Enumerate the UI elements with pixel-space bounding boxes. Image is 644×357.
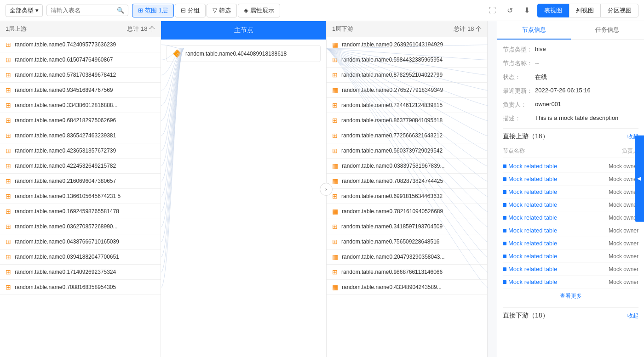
partition-view-tab[interactable]: 分区视图: [601, 4, 638, 17]
downstream-list-item[interactable]: ⊞random.table.name0.8782952104022799: [327, 68, 487, 83]
expand-arrow[interactable]: ›: [320, 183, 333, 196]
chevron-down-icon: ▾: [35, 7, 39, 14]
related-table-name[interactable]: Mock related table: [503, 266, 557, 272]
upstream-header: 1层上游 总计 18 个: [0, 21, 161, 37]
downstream-list-item[interactable]: ▦random.table.name0.204793290358043...: [327, 249, 487, 265]
downstream-list-item[interactable]: ⊞random.table.name0.5603739729029542: [327, 143, 487, 159]
refresh-button[interactable]: ↺: [503, 4, 517, 17]
tab-node-info[interactable]: 节点信息: [497, 21, 571, 40]
downstream-column: 1层下游 总计 18 个 ▦random.table.name0.2639261…: [327, 21, 488, 357]
table-type-icon: ⊞: [6, 56, 11, 63]
upstream-list-item[interactable]: ⊞random.table.name0.4224532649215782: [0, 159, 161, 174]
upstream-list-item[interactable]: ⊞random.table.name0.16924598765581478: [0, 204, 161, 219]
type-select[interactable]: 全部类型 ▾: [6, 4, 43, 17]
related-table-name[interactable]: Mock related table: [503, 188, 557, 195]
downstream-list-item[interactable]: ▦random.table.name0.43348904243589...: [327, 280, 487, 295]
downstream-list-item[interactable]: ⊞random.table.name0.9868766113146066: [327, 265, 487, 280]
table-name: random.table.name0.5781703849678412: [15, 72, 116, 78]
table-name: random.table.name0.615074764960867: [15, 57, 113, 63]
tab-task-info[interactable]: 任务信息: [571, 21, 644, 40]
related-upstream-item: Mock related tableMock owner: [503, 198, 638, 211]
downstream-list-item[interactable]: ⊞random.table.name0.5984432385965954: [327, 52, 487, 68]
fab-button[interactable]: ◀: [635, 135, 644, 222]
owner-info-value: owner001: [535, 101, 638, 108]
upstream-list-item[interactable]: ⊞random.table.name0.7424095773636239: [0, 37, 161, 52]
related-table-header: 节点名称 负责人: [503, 144, 638, 158]
table-view-tab[interactable]: 表视图: [537, 4, 569, 17]
downstream-list-item[interactable]: ▦random.table.name0.2639261043194929: [327, 37, 487, 52]
upstream-list-item[interactable]: ⊞random.table.name0.5781703849678412: [0, 68, 161, 83]
upstream-list-item[interactable]: ⊞random.table.name0.934516894767569: [0, 83, 161, 98]
downstream-list-item[interactable]: ▦random.table.name0.038397581967839...: [327, 159, 487, 174]
table-type-icon: ⊞: [6, 41, 11, 48]
downstream-list-item[interactable]: ⊞random.table.name0.8637790841095518: [327, 113, 487, 128]
desc-info-value: This is a mock table description: [535, 114, 638, 121]
group-icon: ⊟: [181, 7, 186, 14]
related-table-name[interactable]: Mock related table: [503, 240, 557, 247]
related-table-name[interactable]: Mock related table: [503, 163, 557, 170]
upstream-count: 总计 18 个: [127, 25, 155, 33]
group-button[interactable]: ⊟ 分组: [175, 4, 206, 17]
related-upstream-item: Mock related tableMock owner: [503, 276, 638, 289]
main-content: 1层上游 总计 18 个 ⊞random.table.name0.7424095…: [0, 21, 644, 357]
attr-button[interactable]: ◈ 属性展示: [238, 4, 280, 17]
related-table-name[interactable]: Mock related table: [503, 214, 557, 221]
related-table-name[interactable]: Mock related table: [503, 227, 557, 234]
related-table-name[interactable]: Mock related table: [503, 176, 557, 182]
show-more-link[interactable]: 查看更多: [503, 289, 638, 304]
downstream-list-item[interactable]: ⊞random.table.name0.756509228648516: [327, 234, 487, 249]
downstream-list-item[interactable]: ⊞random.table.name0.6991815634463632: [327, 189, 487, 204]
downstream-list-item[interactable]: ▦random.table.name0.2765277918349349: [327, 83, 487, 98]
table-name: random.table.name0.1714092692375324: [15, 269, 116, 275]
table-name: random.table.name0.5603739729029542: [341, 147, 443, 154]
list-view-tab[interactable]: 列视图: [569, 4, 601, 17]
table-type-icon: ⊞: [6, 71, 11, 79]
search-icon[interactable]: 🔍: [117, 7, 124, 14]
upstream-list-item[interactable]: ⊞random.table.name0.04387666710165039: [0, 234, 161, 249]
info-owner-row: 负责人： owner001: [503, 101, 638, 109]
right-buttons: ⛶ ↺ ⬇ 表视图 列视图 分区视图: [485, 4, 638, 17]
related-table-name[interactable]: Mock related table: [503, 201, 557, 208]
downstream-list-item[interactable]: ▦random.table.name0.7082873824744425: [327, 174, 487, 189]
type-info-label: 节点类型：: [503, 45, 535, 54]
upstream-list-item[interactable]: ⊞random.table.name0.1714092692375324: [0, 265, 161, 280]
upstream-list-item[interactable]: ⊞random.table.name0.8365427463239381: [0, 128, 161, 143]
fullscreen-button[interactable]: ⛶: [485, 5, 500, 17]
status-info-value: 在线: [535, 73, 638, 81]
table-name: random.table.name0.04387666710165039: [15, 238, 119, 245]
upstream-list-item[interactable]: ⊞random.table.name0.03941882047700651: [0, 249, 161, 265]
table-name: random.table.name0.4236531357672739: [15, 147, 116, 154]
related-table-name[interactable]: Mock related table: [503, 278, 557, 285]
table-type-icon: ⊞: [6, 208, 11, 215]
downstream-list-item[interactable]: ⊞random.table.name0.7725666321643212: [327, 128, 487, 143]
main-node[interactable]: 🔶 random.table.name0.4044089918138618: [167, 45, 321, 62]
search-input[interactable]: [51, 7, 115, 14]
upstream-list-item[interactable]: ⊞random.table.name0.6842182975062696: [0, 113, 161, 128]
right-panel-content: 节点类型： hive 节点名称： -- 状态： 在线 最近更新： 2022-07…: [497, 40, 644, 357]
downstream-list-item[interactable]: ▦random.table.name0.7821610940526689: [327, 204, 487, 219]
upstream-list-item[interactable]: ⊞random.table.name0.334386012816888...: [0, 98, 161, 113]
downstream-section-title: 直接下游（18）: [503, 312, 549, 320]
downstream-collapse-link[interactable]: 收起: [627, 312, 638, 320]
owner-info-label: 负责人：: [503, 101, 535, 109]
search-box: 🔍: [46, 5, 128, 16]
related-upstream-item: Mock related tableMock owner: [503, 263, 638, 276]
upstream-list-item[interactable]: ⊞random.table.name0.4236531357672739: [0, 143, 161, 159]
upstream-list-item[interactable]: ⊞random.table.name0.2160696047380657: [0, 174, 161, 189]
downstream-section-header: 直接下游（18） 收起: [503, 312, 638, 320]
status-info-label: 状态：: [503, 73, 535, 81]
upstream-list-item[interactable]: ⊞random.table.name0.1366105645674231 5: [0, 189, 161, 204]
upstream-list-item[interactable]: ⊞random.table.name0.615074764960867: [0, 52, 161, 68]
range-button[interactable]: ⊞ 范围 1层: [132, 4, 174, 17]
related-table-name[interactable]: Mock related table: [503, 253, 557, 260]
upstream-list-item[interactable]: ⊞random.table.name0.7088168358954305: [0, 280, 161, 295]
downstream-list-item[interactable]: ⊞random.table.name0.7244612124839815: [327, 98, 487, 113]
upstream-list-item[interactable]: ⊞random.table.name0.036270857268990...: [0, 219, 161, 234]
filter-button[interactable]: ▽ 筛选: [207, 4, 237, 17]
table-type-icon: ⊞: [332, 193, 338, 200]
table-name: random.table.name0.6842182975062696: [15, 117, 116, 124]
download-button[interactable]: ⬇: [520, 4, 534, 17]
related-owner: Mock owner: [609, 227, 638, 234]
table-type-icon: ▦: [332, 177, 338, 185]
downstream-list-item[interactable]: ⊞random.table.name0.3418597193704509: [327, 219, 487, 234]
